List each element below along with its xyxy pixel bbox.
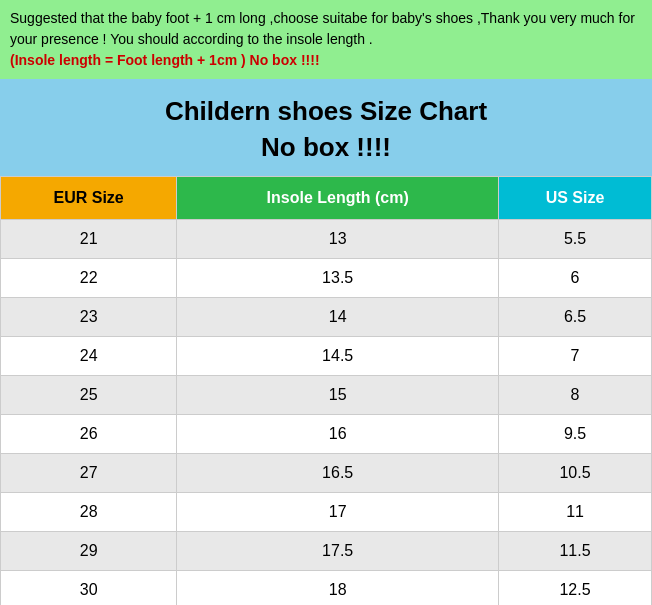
table-cell-col2: 8 (499, 375, 652, 414)
notice-text-highlight: (Insole length = Foot length + 1cm ) No … (10, 52, 320, 68)
chart-title-line2: No box !!!! (10, 129, 642, 165)
table-cell-col1: 14 (177, 297, 499, 336)
size-chart-table: EUR Size Insole Length (cm) US Size 2113… (0, 176, 652, 605)
table-row: 21135.5 (1, 219, 652, 258)
table-row: 26169.5 (1, 414, 652, 453)
table-cell-col2: 6.5 (499, 297, 652, 336)
col-header-insole: Insole Length (cm) (177, 176, 499, 219)
table-cell-col0: 27 (1, 453, 177, 492)
table-cell-col1: 17 (177, 492, 499, 531)
col-header-us: US Size (499, 176, 652, 219)
table-cell-col2: 6 (499, 258, 652, 297)
table-cell-col0: 25 (1, 375, 177, 414)
table-cell-col2: 5.5 (499, 219, 652, 258)
chart-title-line1: Childern shoes Size Chart (10, 93, 642, 129)
table-cell-col1: 16 (177, 414, 499, 453)
table-row: 2917.511.5 (1, 531, 652, 570)
table-cell-col0: 28 (1, 492, 177, 531)
table-cell-col1: 13 (177, 219, 499, 258)
table-cell-col0: 29 (1, 531, 177, 570)
table-cell-col1: 14.5 (177, 336, 499, 375)
notice-box: Suggested that the baby foot + 1 cm long… (0, 0, 652, 79)
table-row: 2716.510.5 (1, 453, 652, 492)
table-cell-col0: 21 (1, 219, 177, 258)
table-cell-col0: 26 (1, 414, 177, 453)
table-cell-col2: 11.5 (499, 531, 652, 570)
table-cell-col1: 18 (177, 570, 499, 605)
col-header-eur: EUR Size (1, 176, 177, 219)
table-cell-col2: 11 (499, 492, 652, 531)
table-cell-col1: 16.5 (177, 453, 499, 492)
table-row: 2213.56 (1, 258, 652, 297)
table-row: 25158 (1, 375, 652, 414)
table-cell-col2: 10.5 (499, 453, 652, 492)
table-row: 281711 (1, 492, 652, 531)
table-row: 301812.5 (1, 570, 652, 605)
table-cell-col2: 7 (499, 336, 652, 375)
notice-text-main: Suggested that the baby foot + 1 cm long… (10, 10, 635, 47)
table-cell-col0: 23 (1, 297, 177, 336)
table-cell-col2: 12.5 (499, 570, 652, 605)
table-cell-col0: 24 (1, 336, 177, 375)
table-cell-col1: 15 (177, 375, 499, 414)
table-cell-col2: 9.5 (499, 414, 652, 453)
chart-header: Childern shoes Size Chart No box !!!! (0, 79, 652, 176)
table-row: 23146.5 (1, 297, 652, 336)
table-cell-col1: 13.5 (177, 258, 499, 297)
table-row: 2414.57 (1, 336, 652, 375)
table-cell-col0: 30 (1, 570, 177, 605)
table-cell-col0: 22 (1, 258, 177, 297)
table-cell-col1: 17.5 (177, 531, 499, 570)
